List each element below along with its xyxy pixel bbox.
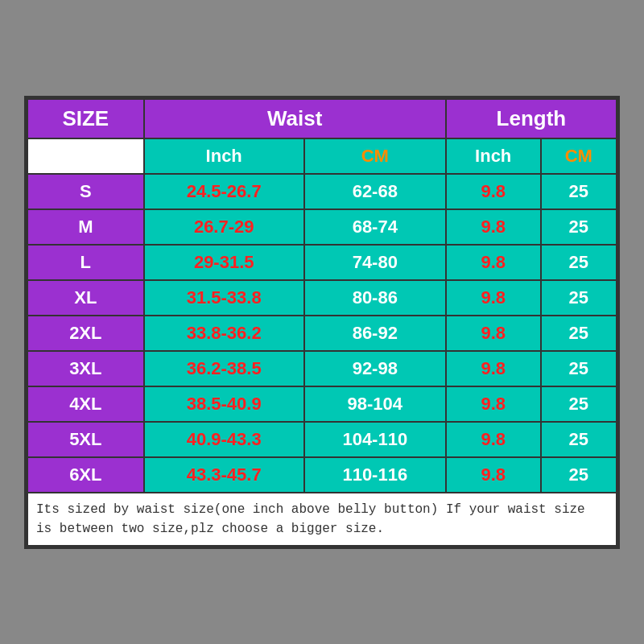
waist-cm-val: 62-68 [304,174,446,209]
note-text: Its sized by waist size(one inch above b… [27,493,617,546]
table-row: 6XL 43.3-45.7 110-116 9.8 25 [27,457,617,493]
waist-inch-val: 36.2-38.5 [144,351,304,386]
waist-inch-val: 24.5-26.7 [144,174,304,209]
table-row: S 24.5-26.7 62-68 9.8 25 [27,174,617,209]
main-header-row: SIZE Waist Length [27,99,617,138]
length-inch-val: 9.8 [446,174,541,209]
table-body: S 24.5-26.7 62-68 9.8 25 M 26.7-29 68-74… [27,174,617,493]
length-cm-val: 25 [541,351,617,386]
table-row: L 29-31.5 74-80 9.8 25 [27,245,617,280]
length-cm-val: 25 [541,245,617,280]
table-row: 3XL 36.2-38.5 92-98 9.8 25 [27,351,617,386]
length-cm-val: 25 [541,422,617,457]
subheader-size-empty [27,138,144,174]
waist-inch-val: 38.5-40.9 [144,386,304,422]
table-row: M 26.7-29 68-74 9.8 25 [27,209,617,245]
note-row: Its sized by waist size(one inch above b… [27,493,617,546]
length-cm-val: 25 [541,209,617,245]
size-label: M [27,209,144,245]
size-label: 2XL [27,316,144,351]
size-label: 5XL [27,422,144,457]
table-row: 5XL 40.9-43.3 104-110 9.8 25 [27,422,617,457]
subheader-row: Inch CM Inch CM [27,138,617,174]
size-label: 4XL [27,386,144,422]
length-inch-val: 9.8 [446,457,541,493]
waist-cm-val: 86-92 [304,316,446,351]
length-inch-val: 9.8 [446,280,541,316]
waist-cm-val: 92-98 [304,351,446,386]
size-label: 3XL [27,351,144,386]
length-cm-val: 25 [541,316,617,351]
waist-cm-val: 68-74 [304,209,446,245]
waist-inch-val: 40.9-43.3 [144,422,304,457]
size-label: 6XL [27,457,144,493]
waist-cm-val: 80-86 [304,280,446,316]
length-cm-val: 25 [541,457,617,493]
length-inch-val: 9.8 [446,386,541,422]
length-inch-subheader: Inch [446,138,541,174]
waist-header: Waist [144,99,446,138]
waist-inch-val: 43.3-45.7 [144,457,304,493]
size-header: SIZE [27,99,144,138]
length-header: Length [446,99,617,138]
waist-inch-subheader: Inch [144,138,304,174]
waist-inch-val: 33.8-36.2 [144,316,304,351]
waist-inch-val: 29-31.5 [144,245,304,280]
length-cm-subheader: CM [541,138,617,174]
length-inch-val: 9.8 [446,316,541,351]
length-cm-val: 25 [541,386,617,422]
length-inch-val: 9.8 [446,245,541,280]
waist-cm-val: 104-110 [304,422,446,457]
waist-inch-val: 26.7-29 [144,209,304,245]
length-inch-val: 9.8 [446,351,541,386]
size-label: L [27,245,144,280]
length-cm-val: 25 [541,174,617,209]
table-row: 2XL 33.8-36.2 86-92 9.8 25 [27,316,617,351]
waist-inch-val: 31.5-33.8 [144,280,304,316]
waist-cm-subheader: CM [304,138,446,174]
length-inch-val: 9.8 [446,422,541,457]
size-label: S [27,174,144,209]
length-inch-val: 9.8 [446,209,541,245]
length-cm-val: 25 [541,280,617,316]
size-label: XL [27,280,144,316]
waist-cm-val: 74-80 [304,245,446,280]
table-row: XL 31.5-33.8 80-86 9.8 25 [27,280,617,316]
waist-cm-val: 110-116 [304,457,446,493]
size-chart: SIZE Waist Length Inch CM Inch CM S 24.5… [24,96,620,549]
waist-cm-val: 98-104 [304,386,446,422]
table-row: 4XL 38.5-40.9 98-104 9.8 25 [27,386,617,422]
